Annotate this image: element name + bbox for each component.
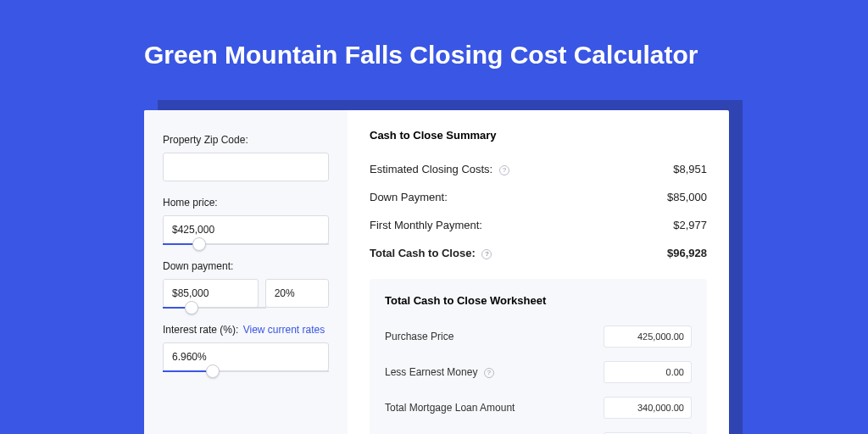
worksheet-label: Less Earnest Money (385, 366, 477, 378)
view-rates-link[interactable]: View current rates (243, 324, 326, 336)
interest-slider-fill (163, 370, 213, 372)
interest-field-group: Interest rate (%): View current rates (163, 324, 329, 372)
worksheet-value[interactable]: 340,000.00 (604, 397, 692, 419)
summary-label: Down Payment: (370, 191, 448, 203)
summary-row-first-payment: First Monthly Payment: $2,977 (370, 211, 707, 239)
home-price-slider[interactable] (163, 243, 329, 245)
summary-value: $8,951 (673, 163, 707, 175)
interest-rate-input[interactable] (163, 342, 329, 371)
help-icon[interactable]: ? (499, 165, 509, 175)
worksheet-row-second-mortgage: Total Second Mortgage Amount (385, 426, 692, 434)
down-payment-label: Down payment: (163, 260, 329, 272)
home-price-slider-thumb[interactable] (192, 237, 206, 251)
home-price-field-group: Home price: (163, 197, 329, 245)
results-column: Cash to Close Summary Estimated Closing … (348, 110, 729, 434)
worksheet-title: Total Cash to Close Worksheet (385, 294, 692, 307)
home-price-input[interactable] (163, 215, 329, 244)
home-price-label: Home price: (163, 197, 329, 209)
down-payment-amount-input[interactable] (163, 279, 259, 308)
interest-slider[interactable] (163, 370, 329, 372)
down-payment-slider[interactable] (163, 307, 266, 309)
worksheet-value[interactable]: 0.00 (604, 361, 692, 383)
summary-title: Cash to Close Summary (370, 129, 707, 142)
summary-label: First Monthly Payment: (370, 219, 482, 231)
worksheet-row-earnest-money: Less Earnest Money ? 0.00 (385, 354, 692, 390)
zip-field-group: Property Zip Code: (163, 134, 329, 181)
worksheet-panel: Total Cash to Close Worksheet Purchase P… (370, 279, 707, 434)
down-payment-field-group: Down payment: (163, 260, 329, 309)
interest-slider-thumb[interactable] (206, 364, 220, 378)
worksheet-value[interactable]: 425,000.00 (604, 326, 692, 348)
interest-label-text: Interest rate (%): (163, 324, 238, 336)
summary-value: $96,928 (667, 247, 707, 259)
zip-input[interactable] (163, 153, 329, 181)
summary-row-down-payment: Down Payment: $85,000 (370, 183, 707, 211)
calculator-card: Property Zip Code: Home price: Down paym… (144, 110, 729, 434)
worksheet-row-mortgage-amount: Total Mortgage Loan Amount 340,000.00 (385, 390, 692, 426)
inputs-column: Property Zip Code: Home price: Down paym… (144, 110, 348, 434)
down-payment-percent-input[interactable] (265, 279, 329, 308)
summary-row-closing-costs: Estimated Closing Costs: ? $8,951 (370, 155, 707, 183)
summary-value: $85,000 (667, 191, 707, 203)
help-icon[interactable]: ? (484, 368, 494, 378)
page-title: Green Mountain Falls Closing Cost Calcul… (0, 0, 868, 90)
worksheet-label: Purchase Price (385, 331, 453, 342)
worksheet-label: Total Mortgage Loan Amount (385, 402, 515, 414)
interest-label: Interest rate (%): View current rates (163, 324, 329, 336)
worksheet-row-purchase-price: Purchase Price 425,000.00 (385, 319, 692, 354)
summary-label: Estimated Closing Costs: (370, 163, 492, 175)
help-icon[interactable]: ? (481, 249, 492, 259)
summary-label: Total Cash to Close: (370, 247, 476, 259)
summary-row-total: Total Cash to Close: ? $96,928 (370, 239, 707, 267)
down-payment-slider-thumb[interactable] (185, 301, 198, 314)
zip-label: Property Zip Code: (163, 134, 329, 146)
summary-value: $2,977 (673, 219, 707, 231)
